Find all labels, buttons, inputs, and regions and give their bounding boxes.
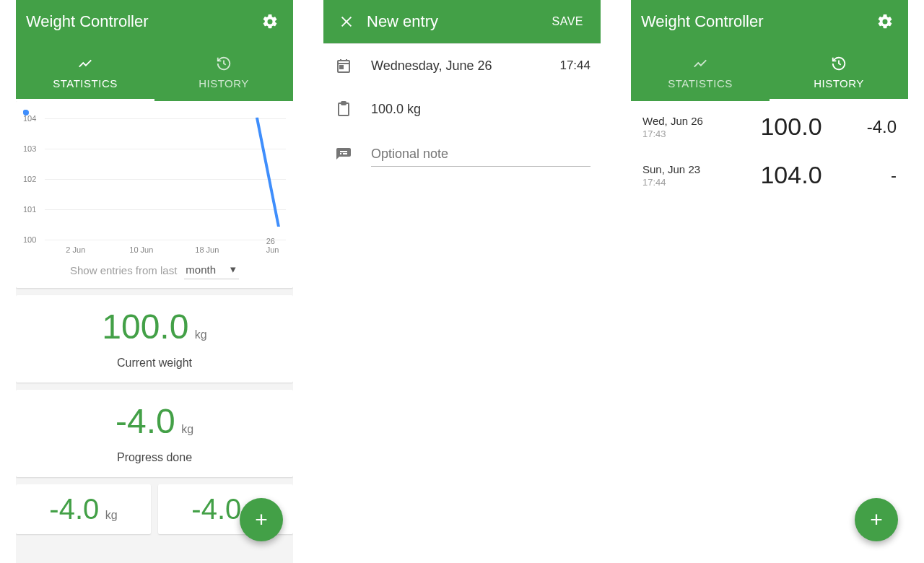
tab-bar: STATISTICS HISTORY (16, 43, 293, 101)
note-row (323, 131, 601, 180)
tab-history[interactable]: HISTORY (770, 43, 908, 101)
screen-new-entry: New entry SAVE Wednesday, June 26 17:44 … (323, 0, 601, 563)
current-weight-card: 100.0 kg Current weight (16, 295, 293, 383)
range-value: month (186, 263, 216, 276)
screen-statistics: Weight Controller STATISTICS HISTORY 104 (16, 0, 293, 563)
history-delta: - (846, 165, 897, 186)
add-entry-fab[interactable]: + (855, 498, 898, 541)
current-weight-label: Current weight (16, 357, 293, 370)
current-weight-value: 100.0 (102, 307, 188, 346)
progress-label: Progress done (16, 451, 293, 464)
note-input[interactable] (371, 144, 590, 167)
tab-history-label: HISTORY (814, 77, 864, 90)
close-icon[interactable] (334, 9, 359, 35)
note-icon (334, 147, 354, 164)
entry-time[interactable]: 17:44 (559, 58, 590, 73)
settings-icon[interactable] (872, 9, 898, 35)
weight-chart: 104 103 102 101 100 2 Jun 10 Jun 18 Jun … (23, 110, 286, 254)
mini-stat-left: -4.0 kg (16, 484, 151, 534)
history-time: 17:43 (642, 128, 736, 139)
tab-statistics-label: STATISTICS (668, 77, 732, 90)
history-delta: -4.0 (846, 117, 897, 137)
history-date: Wed, Jun 26 (642, 115, 736, 127)
app-title: Weight Controller (26, 12, 257, 31)
add-entry-fab[interactable]: + (240, 498, 283, 541)
tab-bar: STATISTICS HISTORY (631, 43, 908, 101)
clipboard-icon (334, 100, 354, 118)
statistics-content: 104 103 102 101 100 2 Jun 10 Jun 18 Jun … (16, 101, 293, 563)
history-row[interactable]: Wed, Jun 26 17:43 100.0 -4.0 (631, 101, 908, 149)
app-title: Weight Controller (641, 12, 872, 31)
progress-value: -4.0 (116, 401, 175, 441)
entry-date: Wednesday, June 26 (371, 58, 542, 74)
history-time: 17:44 (642, 177, 736, 188)
save-button[interactable]: SAVE (545, 15, 591, 28)
tab-statistics-label: STATISTICS (53, 77, 117, 90)
range-select[interactable]: month ▾ (184, 261, 239, 279)
tab-statistics[interactable]: STATISTICS (16, 43, 154, 101)
entry-title: New entry (367, 12, 545, 31)
progress-card: -4.0 kg Progress done (16, 390, 293, 477)
entry-weight: 100.0 kg (371, 102, 590, 117)
svg-rect-6 (340, 66, 343, 69)
history-date: Sun, Jun 23 (642, 163, 736, 175)
chevron-down-icon: ▾ (230, 263, 236, 276)
history-weight: 104.0 (736, 161, 846, 189)
current-weight-unit: kg (195, 328, 207, 341)
date-row[interactable]: Wednesday, June 26 17:44 (323, 44, 601, 87)
range-label: Show entries from last (70, 264, 177, 276)
calendar-icon (334, 57, 354, 74)
app-header: Weight Controller STATISTICS HISTORY (631, 0, 908, 101)
chart-card: 104 103 102 101 100 2 Jun 10 Jun 18 Jun … (16, 101, 293, 288)
tab-history[interactable]: HISTORY (154, 43, 293, 101)
app-header: Weight Controller STATISTICS HISTORY (16, 0, 293, 101)
history-content: Wed, Jun 26 17:43 100.0 -4.0 Sun, Jun 23… (631, 101, 908, 563)
screen-history: Weight Controller STATISTICS HISTORY Wed… (631, 0, 908, 563)
history-weight: 100.0 (736, 113, 846, 141)
weight-row[interactable]: 100.0 kg (323, 87, 601, 131)
settings-icon[interactable] (257, 9, 283, 35)
tab-statistics[interactable]: STATISTICS (631, 43, 770, 101)
progress-unit: kg (181, 423, 193, 435)
entry-header: New entry SAVE (323, 0, 601, 43)
tab-history-label: HISTORY (199, 77, 249, 90)
entry-content: Wednesday, June 26 17:44 100.0 kg (323, 44, 601, 563)
history-row[interactable]: Sun, Jun 23 17:44 104.0 - (631, 149, 908, 198)
